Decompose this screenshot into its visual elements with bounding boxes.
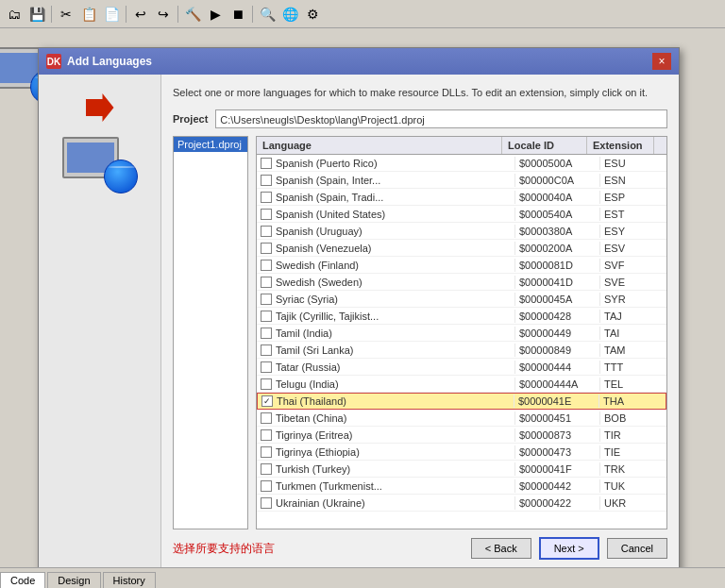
toolbar-icon-8[interactable]: 🔨 [182,4,203,25]
language-checkbox[interactable] [261,480,272,492]
language-checkbox[interactable] [261,311,272,322]
language-name: Spanish (Puerto Rico) [276,158,378,169]
bottom-tab-design[interactable]: Design [47,572,100,588]
extension-cell: THA [599,395,666,408]
locale-cell: $0000200A [515,242,600,255]
dialog-sidebar [39,75,161,575]
table-row[interactable]: Spanish (Spain, Tradi...$0000040AESP [257,189,666,206]
lang-cell: Spanish (Uruguay) [257,225,515,238]
table-row[interactable]: Tigrinya (Eritrea)$00000873TIR [257,427,666,444]
toolbar-icon-12[interactable]: 🌐 [279,4,300,25]
toolbar-icon-1[interactable]: 🗂 [4,4,25,25]
lang-cell: Spanish (Spain, Tradi... [257,191,515,204]
locale-cell: $0000045A [515,293,600,306]
language-checkbox[interactable] [261,158,272,169]
table-row[interactable]: Turkish (Turkey)$0000041FTRK [257,461,666,478]
language-checkbox[interactable] [261,294,272,305]
extension-cell: BOB [600,412,666,425]
language-checkbox[interactable] [261,175,272,186]
table-row[interactable]: Spanish (Spain, Inter...$00000C0AESN [257,172,666,189]
toolbar-icon-3[interactable]: ✂ [56,4,76,25]
language-checkbox[interactable] [261,412,272,424]
language-checkbox[interactable] [261,328,272,339]
bottom-tab-code[interactable]: Code [0,572,45,588]
next-button[interactable]: Next > [539,537,599,560]
table-row[interactable]: Tatar (Russia)$00000444TTT [257,359,666,376]
toolbar-icon-9[interactable]: ▶ [205,4,226,25]
toolbar-icon-5[interactable]: 📄 [101,4,122,25]
add-languages-dialog: DK Add Languages × Select one or more la… [38,47,680,576]
table-row[interactable]: Tigrinya (Ethiopia)$00000473TIE [257,444,666,461]
language-checkbox[interactable] [261,209,272,220]
lang-cell: Spanish (Venezuela) [257,242,515,255]
language-checkbox[interactable] [261,277,272,288]
locale-cell: $0000081D [515,259,600,272]
project-path-display: C:\Users\neugls\Desktop\lang\Project1.dp… [215,109,667,128]
language-checkbox[interactable] [261,463,272,475]
toolbar-icon-4[interactable]: 📋 [78,4,99,25]
bottom-tabs: CodeDesignHistory [0,567,725,588]
language-name: Ukrainian (Ukraine) [276,497,365,509]
project-list-item[interactable]: Project1.dproj [174,137,247,152]
lang-cell: Turkmen (Turkmenist... [257,479,515,493]
table-row[interactable]: Tamil (India)$00000449TAI [257,325,666,342]
language-name: Tamil (Sri Lanka) [276,344,354,356]
header-locale-id: Locale ID [502,137,587,154]
table-row[interactable]: Thai (Thailand)$0000041ETHA [257,393,666,410]
dialog-footer: 选择所要支持的语言 < Back Next > Cancel [173,529,667,563]
language-name: Spanish (Spain, Tradi... [276,192,383,203]
extension-cell: ESU [600,157,666,170]
toolbar-icon-11[interactable]: 🔍 [257,4,278,25]
language-checkbox[interactable] [261,344,272,356]
table-row[interactable]: Turkmen (Turkmenist...$00000442TUK [257,478,666,495]
table-row[interactable]: Syriac (Syria)$0000045ASYR [257,291,666,308]
extension-cell: UKR [600,496,666,510]
language-checkbox[interactable] [261,378,272,390]
language-checkbox[interactable] [261,446,272,458]
toolbar-icon-2[interactable]: 💾 [26,4,47,25]
lang-cell: Thai (Thailand) [258,395,514,408]
extension-cell: TEL [600,378,666,391]
language-name: Spanish (Venezuela) [276,243,372,254]
bottom-tab-history[interactable]: History [103,572,156,588]
table-row[interactable]: Spanish (Uruguay)$0000380AESY [257,223,666,240]
language-checkbox[interactable] [261,497,272,509]
language-checkbox[interactable] [261,226,272,237]
toolbar-icon-10[interactable]: ⏹ [228,4,248,25]
table-row[interactable]: Tibetan (China)$00000451BOB [257,410,666,427]
language-checkbox[interactable] [261,243,272,254]
dialog-close-button[interactable]: × [652,53,671,70]
locale-cell: $00000442 [515,479,600,493]
language-checkbox[interactable] [261,429,272,441]
language-checkbox[interactable] [261,361,272,373]
table-row[interactable]: Ukrainian (Ukraine)$00000422UKR [257,495,666,512]
lang-cell: Tigrinya (Ethiopia) [257,445,515,459]
dialog-instruction: Select one or more languages for which t… [173,86,667,100]
project-list[interactable]: Project1.dproj [173,136,248,529]
language-table: Language Locale ID Extension Spanish (Pu… [256,136,667,529]
toolbar-icon-6[interactable]: ↩ [130,4,151,25]
table-row[interactable]: Swedish (Finland)$0000081DSVF [257,257,666,274]
toolbar-icon-13[interactable]: ⚙ [302,4,323,25]
toolbar-icon-7[interactable]: ↪ [153,4,174,25]
language-name: Tatar (Russia) [276,361,340,373]
table-row[interactable]: Swedish (Sweden)$0000041DSVE [257,274,666,291]
language-checkbox[interactable] [261,395,273,407]
table-row[interactable]: Tamil (Sri Lanka)$00000849TAM [257,342,666,359]
language-name: Thai (Thailand) [277,395,346,407]
language-checkbox[interactable] [261,260,272,271]
extension-cell: SVF [600,259,666,272]
back-button[interactable]: < Back [471,538,531,559]
table-row[interactable]: Spanish (Venezuela)$0000200AESV [257,240,666,257]
table-row[interactable]: Tajik (Cyrillic, Tajikist...$00000428TAJ [257,308,666,325]
table-row[interactable]: Spanish (Puerto Rico)$0000500AESU [257,155,666,172]
extension-cell: ESV [600,242,666,255]
locale-cell: $00000473 [515,445,600,459]
extension-cell: ESY [600,225,666,238]
language-checkbox[interactable] [261,192,272,203]
toolbar-sep-3 [177,6,178,23]
cancel-button[interactable]: Cancel [607,538,667,559]
table-row[interactable]: Telugu (India)$00000444ATEL [257,376,666,393]
table-row[interactable]: Spanish (United States)$0000540AEST [257,206,666,223]
lang-cell: Tamil (Sri Lanka) [257,344,515,357]
